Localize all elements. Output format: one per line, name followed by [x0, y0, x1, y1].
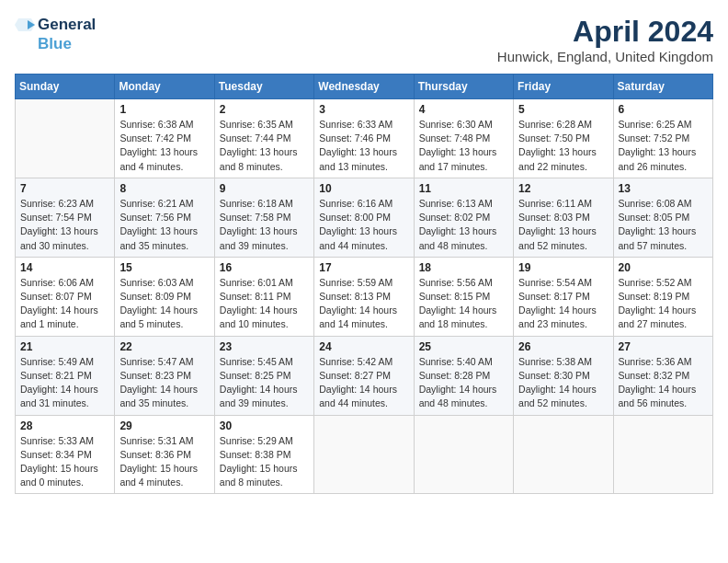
day-info: Sunrise: 5:42 AM Sunset: 8:27 PM Dayligh… — [319, 355, 408, 411]
calendar-cell: 16Sunrise: 6:01 AM Sunset: 8:11 PM Dayli… — [214, 257, 313, 336]
day-info: Sunrise: 6:06 AM Sunset: 8:07 PM Dayligh… — [20, 276, 109, 332]
calendar-cell: 24Sunrise: 5:42 AM Sunset: 8:27 PM Dayli… — [314, 336, 414, 415]
day-number: 30 — [220, 419, 309, 432]
day-info: Sunrise: 6:35 AM Sunset: 7:44 PM Dayligh… — [220, 118, 309, 174]
day-number: 20 — [619, 261, 708, 274]
day-number: 8 — [119, 182, 209, 195]
calendar-cell: 29Sunrise: 5:31 AM Sunset: 8:36 PM Dayli… — [115, 415, 214, 494]
month-title: April 2024 — [497, 15, 713, 49]
calendar-header-saturday: Saturday — [613, 75, 712, 99]
day-number: 10 — [319, 182, 408, 195]
day-number: 24 — [319, 340, 408, 353]
calendar-cell: 21Sunrise: 5:49 AM Sunset: 8:21 PM Dayli… — [16, 336, 115, 415]
day-info: Sunrise: 6:08 AM Sunset: 8:05 PM Dayligh… — [619, 197, 708, 253]
day-number: 27 — [619, 340, 708, 353]
logo-general: General — [38, 16, 96, 34]
day-info: Sunrise: 5:47 AM Sunset: 8:23 PM Dayligh… — [119, 355, 209, 411]
day-info: Sunrise: 5:38 AM Sunset: 8:30 PM Dayligh… — [518, 355, 608, 411]
calendar-cell: 11Sunrise: 6:13 AM Sunset: 8:02 PM Dayli… — [414, 178, 513, 257]
day-number: 14 — [20, 261, 109, 274]
calendar-header-row: SundayMondayTuesdayWednesdayThursdayFrid… — [16, 75, 713, 99]
day-info: Sunrise: 5:49 AM Sunset: 8:21 PM Dayligh… — [20, 355, 109, 411]
calendar-header-sunday: Sunday — [16, 75, 115, 99]
calendar-header-tuesday: Tuesday — [214, 75, 313, 99]
calendar-cell: 1Sunrise: 6:38 AM Sunset: 7:42 PM Daylig… — [115, 99, 214, 178]
day-info: Sunrise: 6:13 AM Sunset: 8:02 PM Dayligh… — [419, 197, 508, 253]
day-number: 2 — [220, 103, 309, 116]
calendar-cell — [613, 415, 712, 494]
day-info: Sunrise: 5:36 AM Sunset: 8:32 PM Dayligh… — [619, 355, 708, 411]
calendar-week-row: 14Sunrise: 6:06 AM Sunset: 8:07 PM Dayli… — [16, 257, 713, 336]
calendar-cell: 19Sunrise: 5:54 AM Sunset: 8:17 PM Dayli… — [514, 257, 613, 336]
day-number: 5 — [518, 103, 608, 116]
calendar-cell — [314, 415, 414, 494]
day-number: 28 — [20, 419, 109, 432]
calendar-table: SundayMondayTuesdayWednesdayThursdayFrid… — [15, 74, 713, 494]
calendar-cell: 27Sunrise: 5:36 AM Sunset: 8:32 PM Dayli… — [613, 336, 712, 415]
calendar-week-row: 7Sunrise: 6:23 AM Sunset: 7:54 PM Daylig… — [16, 178, 713, 257]
calendar-cell: 30Sunrise: 5:29 AM Sunset: 8:38 PM Dayli… — [214, 415, 313, 494]
day-info: Sunrise: 5:45 AM Sunset: 8:25 PM Dayligh… — [220, 355, 309, 411]
day-info: Sunrise: 5:59 AM Sunset: 8:13 PM Dayligh… — [319, 276, 408, 332]
day-info: Sunrise: 5:31 AM Sunset: 8:36 PM Dayligh… — [119, 434, 209, 490]
day-number: 12 — [518, 182, 608, 195]
day-number: 1 — [119, 103, 209, 116]
day-info: Sunrise: 5:52 AM Sunset: 8:19 PM Dayligh… — [619, 276, 708, 332]
calendar-cell: 3Sunrise: 6:33 AM Sunset: 7:46 PM Daylig… — [314, 99, 414, 178]
calendar-header-thursday: Thursday — [414, 75, 513, 99]
day-number: 15 — [119, 261, 209, 274]
logo-blue: Blue — [38, 35, 72, 53]
calendar-header-friday: Friday — [514, 75, 613, 99]
day-number: 25 — [419, 340, 508, 353]
day-number: 18 — [419, 261, 508, 274]
day-number: 7 — [20, 182, 109, 195]
calendar-cell: 12Sunrise: 6:11 AM Sunset: 8:03 PM Dayli… — [514, 178, 613, 257]
calendar-cell: 18Sunrise: 5:56 AM Sunset: 8:15 PM Dayli… — [414, 257, 513, 336]
calendar-cell: 26Sunrise: 5:38 AM Sunset: 8:30 PM Dayli… — [514, 336, 613, 415]
calendar-cell: 17Sunrise: 5:59 AM Sunset: 8:13 PM Dayli… — [314, 257, 414, 336]
calendar-cell: 13Sunrise: 6:08 AM Sunset: 8:05 PM Dayli… — [613, 178, 712, 257]
day-info: Sunrise: 5:33 AM Sunset: 8:34 PM Dayligh… — [20, 434, 109, 490]
day-number: 23 — [220, 340, 309, 353]
calendar-cell — [514, 415, 613, 494]
day-number: 21 — [20, 340, 109, 353]
day-info: Sunrise: 6:03 AM Sunset: 8:09 PM Dayligh… — [119, 276, 209, 332]
day-info: Sunrise: 5:40 AM Sunset: 8:28 PM Dayligh… — [419, 355, 508, 411]
calendar-cell: 4Sunrise: 6:30 AM Sunset: 7:48 PM Daylig… — [414, 99, 513, 178]
day-info: Sunrise: 5:29 AM Sunset: 8:38 PM Dayligh… — [220, 434, 309, 490]
calendar-cell: 23Sunrise: 5:45 AM Sunset: 8:25 PM Dayli… — [214, 336, 313, 415]
day-info: Sunrise: 6:23 AM Sunset: 7:54 PM Dayligh… — [20, 197, 109, 253]
day-number: 11 — [419, 182, 508, 195]
day-number: 16 — [220, 261, 309, 274]
calendar-cell: 28Sunrise: 5:33 AM Sunset: 8:34 PM Dayli… — [16, 415, 115, 494]
day-number: 9 — [220, 182, 309, 195]
day-info: Sunrise: 6:16 AM Sunset: 8:00 PM Dayligh… — [319, 197, 408, 253]
calendar-cell: 10Sunrise: 6:16 AM Sunset: 8:00 PM Dayli… — [314, 178, 414, 257]
day-info: Sunrise: 6:25 AM Sunset: 7:52 PM Dayligh… — [619, 118, 708, 174]
day-info: Sunrise: 6:38 AM Sunset: 7:42 PM Dayligh… — [119, 118, 209, 174]
calendar-cell: 14Sunrise: 6:06 AM Sunset: 8:07 PM Dayli… — [16, 257, 115, 336]
calendar-cell: 22Sunrise: 5:47 AM Sunset: 8:23 PM Dayli… — [115, 336, 214, 415]
calendar-cell: 15Sunrise: 6:03 AM Sunset: 8:09 PM Dayli… — [115, 257, 214, 336]
calendar-week-row: 28Sunrise: 5:33 AM Sunset: 8:34 PM Dayli… — [16, 415, 713, 494]
calendar-cell: 25Sunrise: 5:40 AM Sunset: 8:28 PM Dayli… — [414, 336, 513, 415]
day-info: Sunrise: 6:33 AM Sunset: 7:46 PM Dayligh… — [319, 118, 408, 174]
calendar-cell: 7Sunrise: 6:23 AM Sunset: 7:54 PM Daylig… — [16, 178, 115, 257]
calendar-week-row: 1Sunrise: 6:38 AM Sunset: 7:42 PM Daylig… — [16, 99, 713, 178]
day-number: 17 — [319, 261, 408, 274]
day-number: 6 — [619, 103, 708, 116]
day-number: 22 — [119, 340, 209, 353]
calendar-cell: 9Sunrise: 6:18 AM Sunset: 7:58 PM Daylig… — [214, 178, 313, 257]
day-info: Sunrise: 6:28 AM Sunset: 7:50 PM Dayligh… — [518, 118, 608, 174]
day-info: Sunrise: 6:18 AM Sunset: 7:58 PM Dayligh… — [220, 197, 309, 253]
day-number: 26 — [518, 340, 608, 353]
location: Hunwick, England, United Kingdom — [497, 49, 713, 64]
day-number: 29 — [119, 419, 209, 432]
logo: General Blue — [15, 15, 96, 53]
day-info: Sunrise: 6:11 AM Sunset: 8:03 PM Dayligh… — [518, 197, 608, 253]
page-header: General Blue April 2024 Hunwick, England… — [15, 15, 713, 64]
day-info: Sunrise: 6:21 AM Sunset: 7:56 PM Dayligh… — [119, 197, 209, 253]
day-number: 13 — [619, 182, 708, 195]
day-info: Sunrise: 6:01 AM Sunset: 8:11 PM Dayligh… — [220, 276, 309, 332]
calendar-cell: 5Sunrise: 6:28 AM Sunset: 7:50 PM Daylig… — [514, 99, 613, 178]
